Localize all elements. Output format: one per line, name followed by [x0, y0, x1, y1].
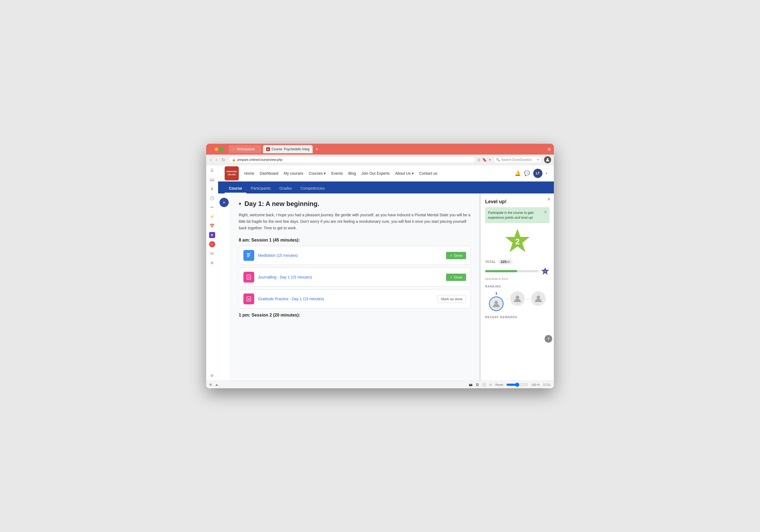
level-panel-close-button[interactable]: ✕: [547, 197, 550, 202]
svg-rect-3: [247, 255, 250, 256]
sidebar-download-icon[interactable]: ⬇: [209, 186, 215, 192]
browser-icons: ⎙ 🔖 ▾: [478, 158, 491, 162]
svg-point-0: [547, 158, 548, 160]
recent-rewards-label: RECENT REWARDS: [485, 315, 549, 319]
nav-courses[interactable]: Courses ▾: [309, 171, 326, 175]
rank-avatar-1: [489, 296, 503, 311]
user-dropdown-icon[interactable]: ▾: [546, 171, 547, 175]
course-main: ▾ Day 1: A new beginning. Right, welcome…: [230, 193, 479, 381]
nav-home[interactable]: Home: [244, 171, 254, 175]
bookmark-arrow-icon[interactable]: ▾: [489, 158, 491, 162]
tab-course[interactable]: ■ Course: Psychedelic Integ: [263, 145, 312, 153]
level-2-star: 2: [504, 227, 531, 255]
status-image-icon[interactable]: 🖼: [476, 383, 479, 386]
zoom-slider[interactable]: [506, 383, 528, 387]
site-logo[interactable]: PREPARE ONLINE: [225, 166, 239, 180]
tab-grades-label: Grades: [279, 186, 292, 190]
status-window-icon[interactable]: ⬜: [482, 383, 486, 386]
level-tip-text: Participate in the course to gain experi…: [488, 211, 534, 219]
level-title: Level up!: [485, 199, 549, 205]
window-copy-icon[interactable]: ⧉: [548, 147, 550, 151]
course-content-area: ≡ ▾ Day 1: A new beginning. Right, welco…: [218, 193, 554, 381]
tab-competencies[interactable]: Competencies: [296, 184, 329, 193]
share-icon[interactable]: ⎙: [478, 158, 480, 162]
nav-join-experts[interactable]: Join Our Experts: [361, 171, 390, 175]
sidebar-history-icon[interactable]: 🕐: [209, 195, 215, 201]
xp-value: 225: [500, 260, 506, 264]
tab-workspaces[interactable]: ❖ Workspaces ▾: [229, 145, 261, 153]
sidebar-reading-list-icon[interactable]: 📖: [209, 176, 215, 183]
browser-sidebar: ☰ 📖 ⬇ 🕐 ✏ ⚡ 📅 M V W ⊕ ⚙: [206, 165, 218, 381]
back-button[interactable]: ‹: [209, 157, 213, 163]
tab-course[interactable]: Course: [225, 184, 246, 193]
svg-point-12: [515, 296, 519, 299]
shield-icon: 🔒: [232, 158, 236, 162]
nav-dashboard[interactable]: Dashboard: [260, 171, 278, 175]
svg-rect-4: [247, 257, 249, 257]
nav-about-us[interactable]: About Us ▾: [395, 171, 414, 175]
status-bar-right: 📷 🖼 ⬜ ‹/› Reset 100 % 17:21: [469, 383, 550, 387]
minimize-button[interactable]: [214, 148, 218, 151]
sidebar-settings-icon[interactable]: ⚙: [209, 372, 215, 378]
nav-blog[interactable]: Blog: [348, 171, 356, 175]
svg-rect-2: [247, 254, 250, 255]
traffic-lights: [210, 148, 223, 151]
ranking-row: 1 –: [485, 291, 549, 311]
nav-contact-us[interactable]: Contact us: [419, 171, 437, 175]
rank-number-1: 1: [496, 291, 497, 295]
gratitude-icon: [243, 293, 254, 304]
status-code-icon[interactable]: ‹/›: [489, 383, 492, 386]
nav-right: 🔔 💬 LT ▾: [515, 169, 547, 178]
rank-avatar-3: [531, 291, 546, 306]
sidebar-mastodon-icon[interactable]: M: [209, 232, 215, 238]
rank-item-1: 1: [489, 291, 503, 311]
total-label: TOTAL: [485, 260, 496, 264]
next-level-label: next level in 51: [485, 277, 505, 280]
user-menu-button[interactable]: LT: [533, 169, 543, 178]
gratitude-mark-done-button[interactable]: Mark as done: [438, 295, 466, 303]
sidebar-wikipedia-icon[interactable]: W: [209, 251, 215, 257]
course-tabs: Course Participants Grades Competencies: [218, 181, 554, 193]
status-cloud-icon[interactable]: ☁: [215, 383, 218, 386]
message-icon[interactable]: 💬: [524, 170, 530, 176]
status-reset-label[interactable]: Reset: [496, 383, 503, 386]
notification-icon[interactable]: 🔔: [515, 170, 521, 176]
status-tab-icon[interactable]: ⊞: [210, 383, 212, 386]
search-dropdown-icon[interactable]: ▾: [537, 158, 539, 162]
day-chevron-icon[interactable]: ▾: [239, 201, 241, 207]
level-tip-close-button[interactable]: ✕: [544, 209, 547, 215]
new-tab-button[interactable]: +: [315, 146, 318, 152]
status-screenshot-icon[interactable]: 📷: [469, 383, 473, 386]
sidebar-bookmark-icon[interactable]: ☰: [209, 168, 215, 173]
maximize-button[interactable]: [220, 148, 223, 151]
forward-button[interactable]: ›: [214, 157, 218, 163]
nav-my-courses[interactable]: My courses: [284, 171, 304, 175]
sidebar-calendar-icon[interactable]: 📅: [209, 223, 215, 229]
course-nav-toggle-button[interactable]: ≡: [219, 198, 229, 207]
nav-events[interactable]: Events: [331, 171, 343, 175]
sidebar-notes-icon[interactable]: ✏: [209, 204, 215, 210]
refresh-button[interactable]: ↻: [220, 157, 226, 163]
meditation-done-button[interactable]: ✓ Done: [446, 252, 466, 259]
journalling-link[interactable]: Journalling - Day 1 (15 minutes): [258, 275, 442, 279]
sidebar-add-icon[interactable]: ⊕: [209, 260, 215, 266]
close-button[interactable]: [210, 148, 213, 151]
star-container: 2: [485, 227, 549, 255]
main-layout: ☰ 📖 ⬇ 🕐 ✏ ⚡ 📅 M V W ⊕ ⚙ PREPARE ONLINE H…: [206, 165, 554, 381]
address-bar[interactable]: 🔒 prepare.online/course/view.php: [228, 157, 476, 163]
svg-point-13: [537, 296, 540, 299]
sidebar-breakpoint-icon[interactable]: ⚡: [209, 214, 215, 219]
tab-workspaces-label: Workspaces: [237, 147, 255, 151]
search-bar[interactable]: 🔍 Search DuckDuckGo ▾: [493, 157, 542, 163]
tab-participants[interactable]: Participants: [246, 184, 275, 193]
tab-grades[interactable]: Grades: [275, 184, 296, 193]
user-profile-icon[interactable]: [544, 156, 551, 163]
xp-bar-bg: [485, 270, 539, 272]
gratitude-link[interactable]: Gratitude Practice - Day 1 (15 minutes): [258, 297, 434, 301]
sidebar-vivaldi-icon[interactable]: V: [209, 241, 215, 247]
bookmark-icon[interactable]: 🔖: [482, 158, 487, 162]
journalling-done-button[interactable]: ✓ Done: [446, 273, 466, 281]
help-button[interactable]: ?: [545, 335, 552, 343]
total-xp: TOTAL 225XP: [485, 259, 549, 265]
meditation-link[interactable]: Meditation (15 minutes): [258, 253, 442, 258]
